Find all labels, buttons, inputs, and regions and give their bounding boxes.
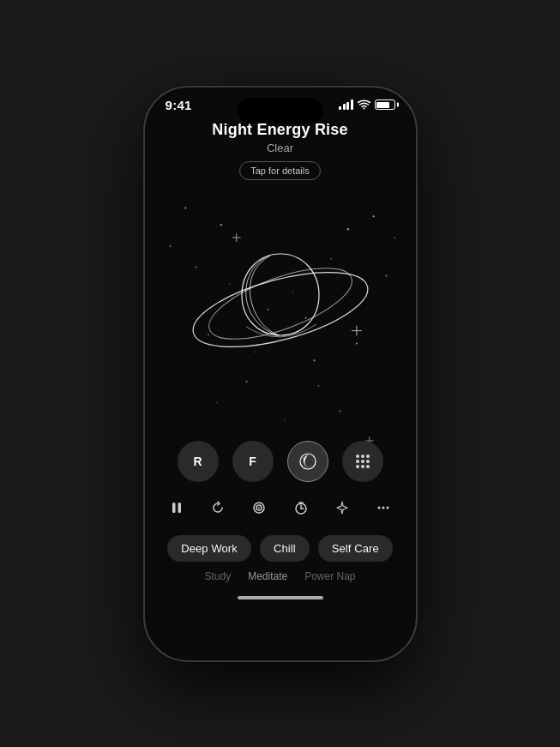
svg-point-38 bbox=[361, 455, 364, 458]
svg-point-30 bbox=[201, 253, 360, 353]
airplay-button[interactable] bbox=[244, 492, 274, 523]
chill-tag[interactable]: Chill bbox=[260, 535, 310, 562]
pause-button[interactable] bbox=[162, 492, 191, 523]
home-indicator-area bbox=[145, 596, 416, 606]
bottom-tabs: Study Meditate Power Nap bbox=[145, 567, 416, 593]
timer-icon bbox=[293, 500, 309, 515]
svg-point-57 bbox=[382, 506, 385, 509]
phone-frame: 9:41 Night bbox=[143, 86, 418, 662]
svg-point-43 bbox=[356, 465, 359, 468]
svg-point-32 bbox=[303, 457, 304, 459]
tap-details-button[interactable]: Tap for details bbox=[239, 161, 320, 180]
svg-point-35 bbox=[310, 464, 310, 465]
timer-button[interactable] bbox=[286, 492, 316, 523]
f-button[interactable]: F bbox=[232, 441, 274, 482]
svg-point-33 bbox=[311, 459, 312, 460]
svg-rect-47 bbox=[178, 503, 181, 513]
svg-point-40 bbox=[356, 460, 359, 463]
controls-row1: R F bbox=[145, 434, 416, 489]
moon-icon bbox=[298, 452, 317, 471]
signal-icon bbox=[339, 99, 353, 110]
svg-point-58 bbox=[387, 506, 389, 509]
grid-button[interactable] bbox=[342, 441, 383, 482]
dynamic-island bbox=[238, 98, 323, 123]
svg-point-56 bbox=[378, 506, 381, 509]
sparkle-icon bbox=[334, 500, 350, 515]
planet-area bbox=[145, 177, 416, 434]
moon-button[interactable] bbox=[287, 441, 328, 482]
svg-point-36 bbox=[309, 456, 310, 457]
planet-svg bbox=[178, 202, 383, 408]
more-icon bbox=[376, 500, 391, 515]
svg-point-41 bbox=[361, 460, 364, 463]
svg-point-34 bbox=[304, 465, 305, 466]
home-indicator bbox=[238, 596, 323, 599]
more-button[interactable] bbox=[369, 492, 398, 523]
battery-icon bbox=[375, 99, 395, 110]
svg-point-37 bbox=[356, 455, 359, 458]
deep-work-tag[interactable]: Deep Work bbox=[167, 535, 251, 562]
svg-rect-46 bbox=[172, 503, 176, 513]
sparkle-button[interactable] bbox=[328, 492, 357, 523]
svg-point-39 bbox=[366, 455, 370, 458]
wifi-icon bbox=[358, 99, 370, 110]
airplay-icon bbox=[251, 500, 267, 515]
tags-row: Deep Work Chill Self Care bbox=[145, 530, 416, 567]
status-icons bbox=[339, 99, 395, 110]
svg-point-50 bbox=[258, 507, 260, 509]
status-time: 9:41 bbox=[166, 98, 192, 112]
grid-icon bbox=[353, 452, 372, 471]
meditate-tab[interactable]: Meditate bbox=[248, 570, 287, 582]
refresh-icon bbox=[210, 500, 226, 515]
svg-point-44 bbox=[361, 465, 364, 468]
refresh-button[interactable] bbox=[203, 492, 232, 523]
svg-point-42 bbox=[366, 460, 370, 463]
power-nap-tab[interactable]: Power Nap bbox=[304, 570, 355, 582]
song-title: Night Energy Rise bbox=[162, 121, 399, 139]
self-care-tag[interactable]: Self Care bbox=[318, 535, 393, 562]
song-subtitle: Clear bbox=[162, 142, 399, 154]
study-tab[interactable]: Study bbox=[204, 570, 231, 582]
svg-point-29 bbox=[185, 257, 375, 362]
r-button[interactable]: R bbox=[178, 441, 219, 482]
controls-row2 bbox=[145, 489, 416, 530]
phone-screen: 9:41 Night bbox=[145, 87, 416, 660]
svg-point-45 bbox=[366, 465, 370, 468]
pause-icon bbox=[169, 500, 184, 515]
